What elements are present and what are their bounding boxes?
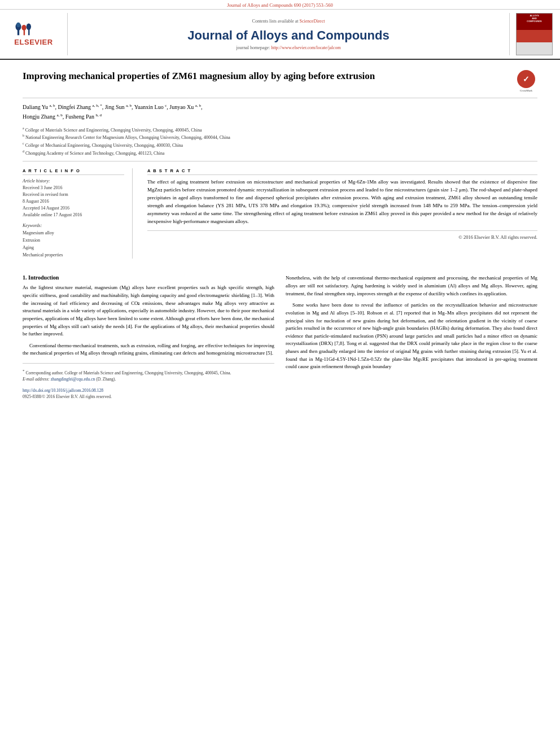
abstract-col: A B S T R A C T The effect of aging trea… — [144, 168, 537, 259]
elsevier-logo-wrapper: ELSEVIER — [11, 22, 56, 46]
keyword-1: Magnesium alloy — [23, 230, 124, 237]
date-revised: 8 August 2016 — [23, 198, 124, 205]
keywords-section: Keywords: Magnesium alloy Extrusion Agin… — [23, 223, 124, 259]
article-info-header: A R T I C L E I N F O — [23, 168, 124, 175]
svg-point-2 — [16, 23, 20, 27]
issn-line: 0925-8388/© 2016 Elsevier B.V. All right… — [23, 394, 274, 399]
cover-title: ALLOYSANDCOMPOUNDS — [527, 15, 541, 23]
doi-line[interactable]: http://dx.doi.org/10.1016/j.jallcom.2016… — [23, 388, 274, 393]
abstract-paragraph: The effect of aging treatment before ext… — [147, 178, 537, 226]
author-3: Jing Sun a, b, — [105, 104, 134, 110]
article-history: Article history: Received 3 June 2016 Re… — [23, 178, 124, 219]
top-citation-bar: Journal of Alloys and Compounds 690 (201… — [0, 0, 560, 10]
affiliation-c: c College of Mechanical Engineering, Cho… — [23, 141, 537, 149]
author-7: Fusheng Pan b, d — [65, 113, 102, 120]
article-title-section: Improving mechanical properties of ZM61 … — [23, 60, 537, 98]
article-info-col: A R T I C L E I N F O Article history: R… — [23, 168, 133, 259]
author-6: Hongju Zhang a, b, — [23, 113, 65, 120]
authors-section: Daliang Yu a, b, Dingfei Zhang a, b, *, … — [23, 98, 537, 124]
author-2: Dingfei Zhang a, b, *, — [58, 104, 105, 110]
journal-homepage: journal homepage: http://www.elsevier.co… — [236, 45, 340, 50]
body-left-col: 1. Introduction As the lightest structur… — [23, 274, 274, 399]
sciencedirect-link[interactable]: ScienceDirect — [300, 19, 325, 24]
journal-cover-image: ALLOYSANDCOMPOUNDS — [516, 13, 553, 55]
affiliation-a: a College of Materials Science and Engin… — [23, 126, 537, 134]
email-suffix: (D. Zhang). — [96, 377, 116, 382]
email-label: E-mail address: — [23, 377, 51, 382]
author-1: Daliang Yu a, b, — [23, 104, 58, 110]
date-online: Available online 17 August 2016 — [23, 212, 124, 219]
section-1-title: 1. Introduction — [23, 274, 274, 281]
svg-point-6 — [26, 24, 30, 30]
copyright-line: © 2016 Elsevier B.V. All rights reserved… — [147, 230, 537, 240]
right-para-2: Some works have been done to reveal the … — [286, 302, 537, 371]
journal-header: ELSEVIER Contents lists available at Sci… — [0, 10, 560, 60]
keyword-2: Extrusion — [23, 237, 124, 244]
crossmark-icon[interactable]: ✓ — [517, 70, 535, 88]
main-content: Improving mechanical properties of ZM61 … — [0, 60, 560, 408]
crossmark-label: CrossMark — [520, 89, 532, 92]
footnote-main: Corresponding author. College of Materia… — [25, 370, 231, 375]
journal-cover-section: ALLOYSANDCOMPOUNDS — [509, 13, 554, 55]
crossmark-section[interactable]: ✓ CrossMark — [515, 70, 537, 92]
history-label: Article history: — [23, 178, 124, 184]
footnote-section: * Corresponding author. College of Mater… — [23, 363, 274, 385]
date-accepted: Accepted 14 August 2016 — [23, 205, 124, 212]
elsevier-label: ELSEVIER — [14, 38, 53, 46]
elsevier-tree-icon — [11, 22, 56, 36]
keyword-3: Aging — [23, 244, 124, 252]
intro-para-2: Conventional thermo-mechanical treatment… — [23, 342, 274, 357]
affiliation-b: b National Engineering Research Center f… — [23, 133, 537, 141]
body-content: 1. Introduction As the lightest structur… — [23, 265, 537, 408]
journal-title-section: Contents lists available at ScienceDirec… — [68, 13, 509, 55]
footnote-star: * — [23, 369, 25, 373]
author-5: Junyao Xu a, b, — [169, 104, 202, 110]
intro-para-1: As the lightest structure material, magn… — [23, 284, 274, 338]
author-4: Yuanxin Luo c, — [134, 104, 170, 110]
article-title: Improving mechanical properties of ZM61 … — [23, 70, 509, 82]
email-line: E-mail address: zhangdingfei@cqu.edu.cn … — [23, 376, 274, 382]
keywords-label: Keywords: — [23, 223, 124, 228]
body-right-text: Nonetheless, with the help of convention… — [286, 274, 537, 371]
affiliation-d: d Chongqing Academy of Science and Techn… — [23, 149, 537, 157]
citation-text: Journal of Alloys and Compounds 690 (201… — [227, 2, 333, 8]
footnote-text: * Corresponding author. College of Mater… — [23, 368, 274, 376]
keyword-4: Mechanical properties — [23, 252, 124, 259]
date-received: Received 3 June 2016 — [23, 185, 124, 191]
affiliations-section: a College of Materials Science and Engin… — [23, 124, 537, 162]
right-para-1: Nonetheless, with the help of convention… — [286, 274, 537, 298]
contents-line: Contents lists available at ScienceDirec… — [252, 19, 325, 24]
abstract-header: A B S T R A C T — [147, 168, 537, 175]
section-1-text: As the lightest structure material, magn… — [23, 284, 274, 357]
info-abstract-section: A R T I C L E I N F O Article history: R… — [23, 161, 537, 265]
body-right-col: Nonetheless, with the help of convention… — [286, 274, 537, 399]
email-address: zhangdingfei@cqu.edu.cn — [51, 377, 95, 382]
svg-point-4 — [21, 25, 26, 30]
abstract-text: The effect of aging treatment before ext… — [147, 178, 537, 226]
elsevier-logo-section: ELSEVIER — [6, 13, 68, 55]
journal-title: Journal of Alloys and Compounds — [187, 28, 389, 43]
date-revised-label: Received in revised form — [23, 191, 124, 198]
homepage-link[interactable]: http://www.elsevier.com/locate/jalcom — [271, 45, 340, 50]
